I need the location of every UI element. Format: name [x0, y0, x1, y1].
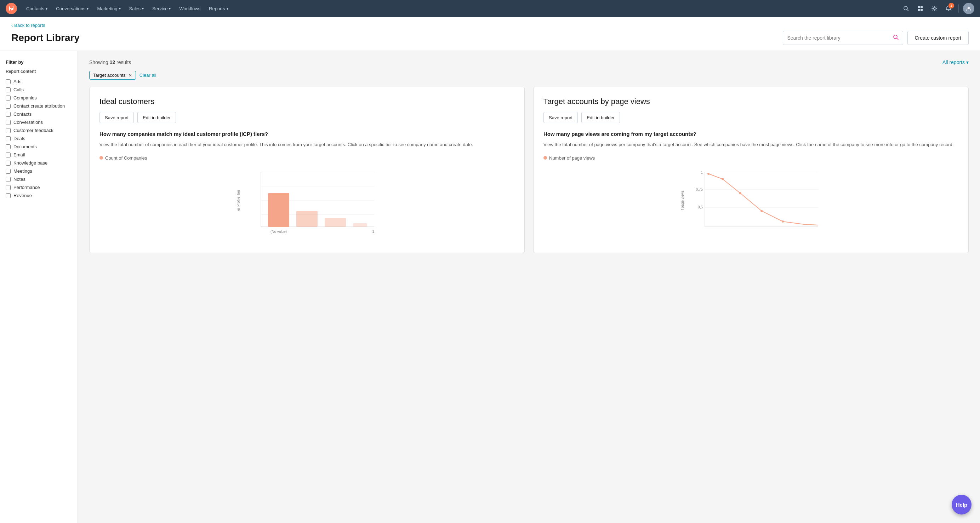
- svg-rect-21: [325, 218, 346, 227]
- filter-checkbox-10[interactable]: [6, 161, 11, 165]
- results-bar: Showing 12 results All reports ▾: [89, 59, 969, 65]
- filter-checkbox-3[interactable]: [6, 104, 11, 109]
- search-input[interactable]: [788, 35, 893, 41]
- filter-checkbox-item[interactable]: Email: [6, 151, 72, 159]
- svg-text:0,5: 0,5: [698, 205, 703, 209]
- card-title: Ideal customers: [100, 97, 514, 106]
- edit-in-builder-button[interactable]: Edit in builder: [137, 112, 176, 123]
- chevron-down-icon: ▾: [227, 7, 228, 11]
- svg-text:1: 1: [701, 170, 703, 175]
- remove-filter-tag-button[interactable]: ✕: [129, 73, 132, 78]
- filter-checkbox-0[interactable]: [6, 79, 11, 84]
- filter-checkbox-list: Ads Calls Companies Contact create attri…: [6, 78, 72, 200]
- chart-legend: Count of Companies: [100, 155, 514, 161]
- svg-point-9: [934, 8, 935, 10]
- checkbox-label: Contact create attribution: [13, 103, 65, 109]
- filter-checkbox-item[interactable]: Contacts: [6, 110, 72, 118]
- search-icon: [893, 34, 899, 41]
- nav-conversations[interactable]: Conversations ▾: [52, 4, 92, 13]
- svg-rect-5: [918, 6, 920, 8]
- svg-text:1: 1: [372, 230, 374, 234]
- filter-checkbox-2[interactable]: [6, 95, 11, 100]
- header-actions: Create custom report: [783, 31, 969, 45]
- save-report-button[interactable]: Save report: [544, 112, 578, 123]
- filter-checkbox-item[interactable]: Meetings: [6, 167, 72, 175]
- help-button[interactable]: Help: [952, 495, 972, 515]
- nav-reports[interactable]: Reports ▾: [205, 4, 232, 13]
- settings-button[interactable]: [929, 3, 940, 14]
- save-report-button[interactable]: Save report: [100, 112, 134, 123]
- notifications-button[interactable]: 2: [943, 3, 954, 14]
- chart-area-bar: er Profile Tier (No value) 1: [100, 165, 514, 243]
- filter-checkbox-8[interactable]: [6, 145, 11, 149]
- filter-checkbox-7[interactable]: [6, 136, 11, 141]
- filter-checkbox-item[interactable]: Calls: [6, 86, 72, 94]
- filter-checkbox-item[interactable]: Documents: [6, 143, 72, 151]
- filter-checkbox-9[interactable]: [6, 153, 11, 157]
- filter-checkbox-1[interactable]: [6, 87, 11, 92]
- report-card-target-page-views: Target accounts by page views Save repor…: [533, 87, 969, 253]
- filter-checkbox-item[interactable]: Deals: [6, 135, 72, 143]
- nav-sales[interactable]: Sales ▾: [126, 4, 148, 13]
- report-card-ideal-customers: Ideal customers Save report Edit in buil…: [89, 87, 525, 253]
- user-avatar[interactable]: [963, 3, 974, 14]
- cards-grid: Ideal customers Save report Edit in buil…: [89, 87, 969, 253]
- svg-rect-6: [921, 6, 923, 8]
- filter-checkbox-item[interactable]: Knowledge base: [6, 159, 72, 167]
- filter-checkbox-11[interactable]: [6, 169, 11, 174]
- filter-checkbox-item[interactable]: Revenue: [6, 191, 72, 200]
- line-chart-svg: 1 0,75 0,5 f page views: [544, 165, 958, 236]
- filter-checkbox-item[interactable]: Contact create attribution: [6, 102, 72, 110]
- results-count-text: Showing 12 results: [89, 59, 131, 65]
- card-title: Target accounts by page views: [544, 97, 958, 106]
- legend-dot: [100, 156, 103, 160]
- search-box[interactable]: [783, 31, 903, 45]
- checkbox-label: Companies: [13, 95, 37, 100]
- notification-badge: 2: [948, 3, 954, 8]
- chevron-down-icon: ▾: [46, 7, 48, 11]
- card-question: How many companies match my ideal custom…: [100, 130, 514, 138]
- filter-tag-target-accounts: Target accounts ✕: [89, 71, 136, 79]
- report-content-label: Report content: [6, 69, 72, 74]
- checkbox-label: Revenue: [13, 193, 32, 198]
- filter-checkbox-4[interactable]: [6, 112, 11, 117]
- marketplace-button[interactable]: [915, 3, 926, 14]
- filter-checkbox-5[interactable]: [6, 120, 11, 125]
- filter-checkbox-13[interactable]: [6, 185, 11, 190]
- back-to-reports-link[interactable]: ‹ Back to reports: [11, 23, 969, 28]
- chart-legend: Number of page views: [544, 155, 958, 161]
- checkbox-label: Ads: [13, 79, 21, 84]
- filter-tags: Target accounts ✕ Clear all: [89, 71, 969, 79]
- hubspot-logo[interactable]: [6, 3, 17, 14]
- nav-service[interactable]: Service ▾: [149, 4, 174, 13]
- svg-line-12: [897, 38, 898, 40]
- filter-checkbox-item[interactable]: Notes: [6, 175, 72, 183]
- search-button[interactable]: [900, 3, 912, 14]
- card-actions: Save report Edit in builder: [100, 112, 514, 123]
- nav-workflows[interactable]: Workflows: [176, 4, 204, 13]
- filter-checkbox-12[interactable]: [6, 177, 11, 182]
- filter-checkbox-item[interactable]: Performance: [6, 183, 72, 191]
- clear-all-filters-button[interactable]: Clear all: [140, 73, 156, 78]
- svg-point-38: [760, 210, 763, 212]
- edit-in-builder-button[interactable]: Edit in builder: [581, 112, 620, 123]
- sidebar: Filter by Report content Ads Calls Compa…: [0, 51, 78, 523]
- filter-checkbox-item[interactable]: Customer feedback: [6, 126, 72, 135]
- filter-checkbox-14[interactable]: [6, 193, 11, 198]
- svg-text:0,75: 0,75: [696, 188, 703, 191]
- svg-text:er Profile Tier: er Profile Tier: [237, 189, 240, 211]
- nav-contacts[interactable]: Contacts ▾: [23, 4, 51, 13]
- page-title: Report Library: [11, 32, 80, 43]
- nav-marketing[interactable]: Marketing ▾: [94, 4, 124, 13]
- filter-checkbox-item[interactable]: Ads: [6, 78, 72, 86]
- svg-rect-8: [921, 9, 923, 11]
- chevron-down-icon: ▾: [966, 59, 969, 65]
- card-description: View the total number of companies in ea…: [100, 141, 514, 148]
- svg-rect-2: [9, 8, 11, 9]
- all-reports-dropdown[interactable]: All reports ▾: [942, 59, 969, 65]
- create-custom-report-button[interactable]: Create custom report: [907, 31, 969, 45]
- checkbox-label: Email: [13, 152, 25, 157]
- filter-checkbox-item[interactable]: Conversations: [6, 118, 72, 126]
- filter-checkbox-item[interactable]: Companies: [6, 94, 72, 102]
- filter-checkbox-6[interactable]: [6, 128, 11, 133]
